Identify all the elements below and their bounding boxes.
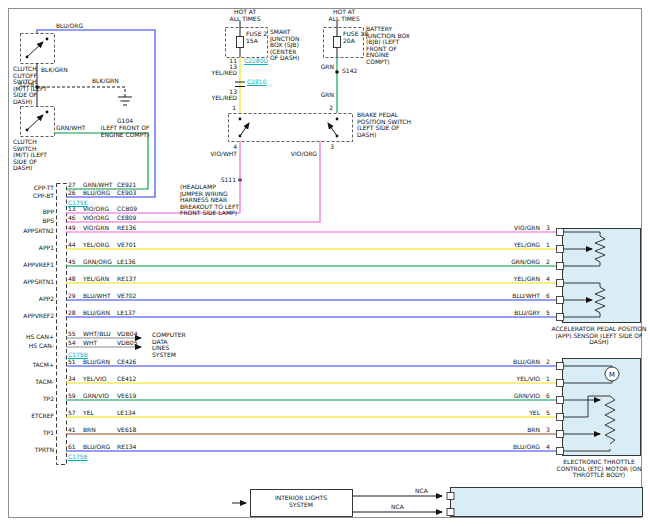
connector-link-c175e-top[interactable]: C175E (68, 200, 87, 207)
page-border (9, 9, 642, 518)
pin-square (557, 397, 564, 404)
connector-link-c2280d[interactable]: C2280D (244, 58, 268, 65)
bottom-right-component-box (451, 488, 643, 517)
wire-CCB09 (66, 141, 240, 213)
wire-CE809 (66, 141, 320, 222)
pin-square (557, 263, 564, 270)
pin-square (557, 363, 564, 370)
switch-terminal (239, 118, 242, 121)
pcm-connector-bar (57, 184, 67, 465)
switch-blade-icon (27, 115, 43, 130)
pin-square (557, 314, 564, 321)
splice-s142 (335, 70, 339, 74)
switch-blade-icon (27, 42, 43, 57)
brake-pedal-switch-box (229, 114, 353, 142)
switch-terminal (46, 111, 49, 114)
clutch-switch-box (21, 107, 55, 137)
pin-square (557, 297, 564, 304)
clutch-cutoff-switch-box (21, 34, 55, 64)
wire-blk-grn-ground-branch (37, 87, 125, 97)
fuse-symbol-icon (334, 37, 341, 48)
pcm-row-wires (37, 30, 564, 455)
switch-terminal (336, 118, 339, 121)
pin-square (557, 448, 564, 455)
pin-square (557, 229, 564, 236)
pin-square (557, 280, 564, 287)
switch-terminal (46, 38, 49, 41)
pin-square (447, 493, 454, 500)
switch-blade-icon (328, 123, 337, 136)
pin-square (447, 509, 454, 516)
connector-link-c175e-bottom[interactable]: C175E (68, 454, 87, 461)
pin-square (557, 246, 564, 253)
connector-link-c2810[interactable]: C2810 (247, 79, 266, 86)
switch-blade-icon (240, 123, 249, 136)
connector-link-c175b[interactable]: C175B (68, 352, 88, 359)
etc-motor-box (563, 359, 641, 456)
motor-letter: M (609, 371, 615, 379)
wiring-diagram-page: M BLU/ORG BLK/GRN S228 BLK/GRN G104 (LEF… (0, 0, 650, 526)
fuse-symbol-icon (237, 37, 244, 48)
app-sensor-box (563, 229, 641, 323)
wire-layer: M (0, 0, 650, 526)
pin-square (557, 380, 564, 387)
fuse1-box (226, 28, 268, 58)
interior-lights-box (251, 490, 353, 517)
fuse2-box (324, 28, 364, 58)
pin-square (557, 431, 564, 438)
wire-CE921 (54, 133, 148, 189)
pin-square (557, 414, 564, 421)
